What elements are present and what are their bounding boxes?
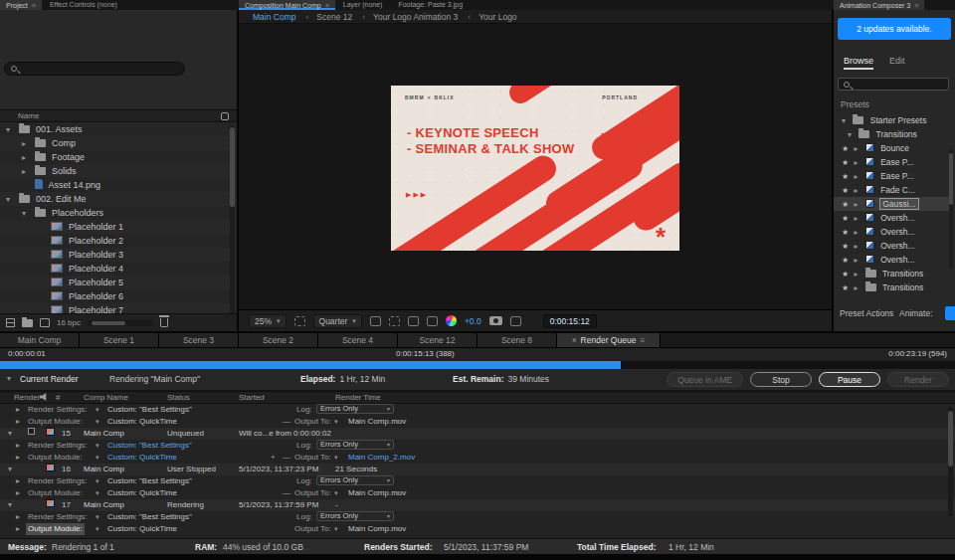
expand-toggle-icon[interactable] [22, 207, 32, 220]
scrollbar-thumb[interactable] [949, 153, 953, 205]
expand-toggle-icon[interactable] [22, 165, 32, 178]
preset-tree-item[interactable]: ★ Ease P... [834, 169, 951, 183]
render-queue-row[interactable]: Output Module: ▾ Custom: QuickTime — Out… [0, 487, 955, 499]
remove-output-icon[interactable]: — [283, 452, 290, 464]
row-group-label[interactable]: Render Settings: [28, 404, 88, 416]
preset-tree-item[interactable]: ★ Oversh... [834, 253, 951, 267]
row-group-value[interactable]: Custom: QuickTime [107, 487, 177, 499]
favorite-star-icon[interactable]: ★ [842, 281, 852, 294]
render-control-button[interactable]: Pause [819, 372, 880, 387]
viewer-tab[interactable]: Your Logo [468, 12, 516, 22]
expand-toggle-icon[interactable] [16, 404, 20, 416]
log-dropdown[interactable]: Errors Only [316, 440, 394, 450]
timeline-tab[interactable]: Scene 12 [398, 333, 478, 347]
expand-toggle-icon[interactable] [16, 523, 20, 535]
project-search-input[interactable] [4, 62, 185, 76]
log-dropdown[interactable]: Errors Only [316, 511, 394, 521]
project-tree-item[interactable]: Placeholders [0, 206, 231, 220]
expand-toggle-icon[interactable] [854, 240, 862, 253]
render-queue-row[interactable]: Render Settings: ▾ Custom: "Best Setting… [0, 440, 955, 452]
viewer-tab[interactable]: Main Comp [253, 12, 295, 22]
expand-toggle-icon[interactable] [854, 212, 862, 225]
preset-tree-item[interactable]: ★ Transitions [834, 267, 951, 280]
dropdown-caret-icon[interactable]: ▾ [96, 475, 99, 487]
render-queue-row[interactable]: Render Settings: ▾ Custom: "Best Setting… [0, 511, 955, 523]
expand-toggle-icon[interactable] [6, 193, 16, 206]
preset-tree-item[interactable]: ★ Oversh... [834, 211, 951, 225]
favorite-star-icon[interactable]: ★ [842, 240, 852, 253]
expand-toggle-icon[interactable] [16, 487, 20, 499]
magnification-dropdown[interactable]: 25% [249, 314, 286, 328]
expand-toggle-icon[interactable] [854, 198, 862, 211]
region-of-interest-icon[interactable] [370, 316, 381, 326]
add-output-icon[interactable]: + [271, 452, 276, 464]
dropdown-caret-icon[interactable]: ▾ [334, 416, 338, 428]
timeline-tab[interactable]: × Render Queue ≡ [557, 333, 661, 347]
panel-menu-icon[interactable] [914, 1, 918, 10]
favorite-star-icon[interactable]: ★ [842, 226, 852, 239]
expand-toggle-icon[interactable] [16, 440, 20, 452]
row-group-label[interactable]: Render Settings: [28, 511, 88, 523]
name-column-header[interactable]: Name [18, 111, 39, 120]
current-timecode[interactable]: 0:00:15:12 [543, 314, 597, 328]
row-group-value[interactable]: Custom: QuickTime [107, 452, 177, 464]
tab-animation-composer[interactable]: Animation Composer 3 [834, 0, 924, 10]
expand-toggle-icon[interactable] [16, 416, 20, 428]
tab-project[interactable]: Project [0, 0, 42, 10]
tab-layer[interactable]: Layer (none) [335, 0, 391, 9]
expand-toggle-icon[interactable] [16, 452, 20, 464]
render-control-button[interactable]: Render [887, 372, 949, 387]
render-queue-row[interactable]: Output Module: ▾ Custom: QuickTime + — O… [0, 452, 955, 464]
favorite-star-icon[interactable]: ★ [842, 198, 852, 211]
column-render[interactable]: Render [14, 393, 40, 402]
render-queue-row[interactable]: Output Module: ▾ Custom: QuickTime Outpu… [0, 523, 955, 535]
dropdown-caret-icon[interactable]: ▾ [334, 487, 338, 499]
preset-tree-item[interactable]: Transitions [834, 127, 951, 141]
row-group-label[interactable]: Output Module: [28, 416, 83, 428]
preset-tree-item[interactable]: ★ Transitions [834, 280, 951, 294]
timeline-tab[interactable]: Main Comp [0, 333, 80, 347]
project-bit-depth[interactable]: 16 bpc [57, 318, 81, 327]
expand-toggle-icon[interactable] [8, 464, 12, 475]
render-checkbox[interactable] [28, 428, 35, 435]
render-control-button[interactable]: Stop [750, 372, 812, 387]
snapshot-camera-icon[interactable] [489, 316, 502, 325]
expand-toggle-icon[interactable] [854, 281, 862, 294]
output-to-label[interactable]: Output To: [294, 523, 331, 535]
favorite-star-icon[interactable]: ★ [842, 254, 852, 267]
row-group-label[interactable]: Output Module: [26, 523, 85, 535]
project-tree-item[interactable]: 002. Edit Me [0, 192, 231, 206]
row-group-value[interactable]: Custom: "Best Settings" [107, 440, 192, 452]
expand-toggle-icon[interactable] [854, 184, 862, 197]
delete-icon[interactable] [160, 318, 168, 327]
dropdown-caret-icon[interactable]: ▾ [96, 404, 99, 416]
presets-tab[interactable]: Browse [844, 56, 873, 70]
render-queue-row[interactable]: Render Settings: ▾ Custom: "Best Setting… [0, 475, 955, 487]
project-scrollbar[interactable] [230, 125, 235, 314]
preset-tree-item[interactable]: ★ Ease P... [834, 155, 951, 169]
expand-toggle-icon[interactable] [16, 475, 20, 487]
updates-available-button[interactable]: 2 updates available. [838, 18, 951, 40]
favorite-star-icon[interactable]: ★ [842, 170, 852, 183]
timeline-tab[interactable]: Scene 1 [80, 333, 159, 347]
tab-effect-controls[interactable]: Effect Controls (none) [42, 0, 125, 9]
row-group-label[interactable]: Render Settings: [28, 440, 88, 452]
presets-tab[interactable]: Edit [889, 56, 905, 70]
render-queue-row[interactable]: Output Module: ▾ Custom: QuickTime — Out… [0, 416, 955, 428]
scrollbar-thumb[interactable] [92, 321, 125, 325]
project-tree-item[interactable]: Placeholder 6 [0, 289, 231, 303]
view-layout-icon[interactable] [427, 316, 438, 326]
column-started[interactable]: Started [239, 393, 265, 402]
render-queue-row[interactable]: 16 Main Comp User Stopped 5/1/2023, 11:3… [0, 464, 955, 475]
preset-tree-item[interactable]: Starter Presets [834, 113, 951, 127]
expand-toggle-icon[interactable] [854, 142, 862, 155]
remove-output-icon[interactable]: — [283, 487, 290, 499]
output-file-name[interactable]: Main Comp.mov [348, 487, 406, 499]
favorite-star-icon[interactable]: ★ [842, 184, 852, 197]
resolution-dropdown[interactable]: Quarter [313, 314, 362, 328]
timeline-tab[interactable]: Scene 3 [159, 333, 239, 347]
row-group-value[interactable]: Custom: QuickTime [107, 523, 177, 535]
channel-settings-icon[interactable] [446, 315, 457, 326]
panel-menu-icon[interactable]: ≡ [640, 335, 645, 345]
grid-guides-icon[interactable] [294, 316, 305, 326]
